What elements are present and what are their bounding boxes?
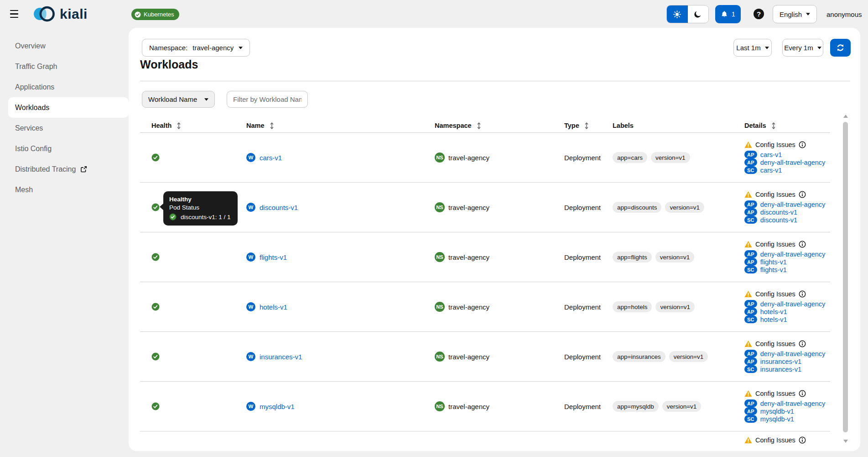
config-issues: Config Issues — [744, 436, 806, 444]
ap-badge: AP — [744, 208, 757, 216]
detail-link[interactable]: deny-all-travel-agency — [760, 350, 826, 357]
tooltip-pod-status: discounts-v1: 1 / 1 — [169, 213, 231, 221]
column-header-health[interactable]: Health — [140, 122, 246, 129]
detail-link[interactable]: cars-v1 — [760, 167, 782, 174]
info-circle-icon[interactable] — [799, 191, 806, 198]
menu-toggle-button[interactable] — [10, 10, 20, 18]
detail-link[interactable]: deny-all-travel-agency — [760, 300, 826, 308]
table-scrollbar[interactable] — [842, 115, 849, 448]
label-badge: version=v1 — [665, 202, 704, 213]
notifications-button[interactable]: 1 — [715, 5, 741, 23]
config-issues: Config Issues — [744, 290, 806, 298]
namespace-select[interactable]: Namespace: travel-agency — [142, 39, 250, 57]
sidebar-item-workloads[interactable]: Workloads — [8, 97, 129, 118]
duration-select[interactable]: Last 1m — [733, 39, 772, 57]
workload-type: Deployment — [564, 253, 613, 261]
label-badge: app=hotels — [613, 301, 652, 312]
sidebar-item-istio-config[interactable]: Istio Config — [0, 138, 129, 159]
detail-link[interactable]: discounts-v1 — [760, 209, 797, 216]
detail-link[interactable]: insurances-v1 — [760, 358, 801, 365]
refresh-interval-select[interactable]: Every 1m — [782, 39, 823, 57]
healthy-icon — [151, 402, 160, 410]
detail-link[interactable]: deny-all-travel-agency — [760, 251, 826, 258]
column-header-details[interactable]: Details — [744, 122, 830, 129]
column-header-labels[interactable]: Labels — [613, 122, 744, 129]
info-circle-icon[interactable] — [799, 241, 806, 248]
chevron-down-icon — [239, 47, 243, 49]
sort-icon[interactable] — [584, 122, 589, 129]
info-circle-icon[interactable] — [799, 436, 806, 444]
detail-link[interactable]: mysqldb-v1 — [760, 415, 794, 423]
ap-badge: AP — [744, 250, 757, 258]
sc-badge: SC — [744, 415, 757, 423]
sidebar-item-distributed-tracing[interactable]: Distributed Tracing — [0, 159, 129, 179]
chevron-down-icon — [817, 47, 821, 49]
sidebar-item-overview[interactable]: Overview — [0, 36, 129, 56]
notification-count: 1 — [732, 11, 735, 18]
ap-badge: AP — [744, 151, 757, 158]
detail-link[interactable]: deny-all-travel-agency — [760, 400, 826, 407]
sidebar-item-applications[interactable]: Applications — [0, 77, 129, 97]
ap-badge: AP — [744, 357, 757, 365]
info-circle-icon[interactable] — [799, 340, 806, 347]
detail-link[interactable]: discounts-v1 — [760, 216, 797, 224]
label-badge: app=insurances — [613, 351, 665, 362]
filter-type-select[interactable]: Workload Name — [142, 91, 215, 108]
scrollbar-thumb[interactable] — [843, 122, 848, 432]
column-header-type[interactable]: Type — [564, 122, 613, 129]
detail-link[interactable]: cars-v1 — [760, 151, 782, 158]
config-issues: Config Issues — [744, 191, 806, 198]
refresh-interval-value: Every 1m — [784, 44, 813, 52]
workload-link[interactable]: cars-v1 — [260, 154, 282, 162]
healthy-icon — [151, 203, 160, 211]
workload-row: W hotels-v1 NS travel-agency Deployment … — [140, 282, 830, 332]
sort-icon[interactable] — [771, 122, 776, 129]
sidebar-item-mesh[interactable]: Mesh — [0, 179, 129, 200]
namespace-value: travel-agency — [448, 154, 489, 162]
workload-link[interactable]: insurances-v1 — [260, 353, 302, 361]
workload-link[interactable]: discounts-v1 — [260, 204, 298, 211]
column-header-namespace[interactable]: Namespace — [435, 122, 564, 129]
detail-link[interactable]: insurances-v1 — [760, 366, 801, 373]
namespace-badge: NS — [435, 352, 445, 362]
info-circle-icon[interactable] — [799, 290, 806, 298]
bell-icon — [721, 11, 728, 18]
detail-link[interactable]: flights-v1 — [760, 266, 787, 273]
ap-badge: AP — [744, 300, 757, 308]
scroll-down-arrow[interactable] — [843, 440, 848, 443]
language-select[interactable]: English — [773, 5, 817, 23]
scroll-up-arrow[interactable] — [843, 115, 848, 118]
detail-link[interactable]: flights-v1 — [760, 258, 787, 266]
detail-link[interactable]: deny-all-travel-agency — [760, 201, 826, 208]
detail-link[interactable]: deny-all-travel-agency — [760, 159, 826, 166]
hamburger-icon — [10, 10, 18, 11]
sort-icon[interactable] — [477, 122, 481, 129]
sidebar-item-services[interactable]: Services — [0, 118, 129, 138]
workload-row: W flights-v1 NS travel-agency Deployment… — [140, 232, 830, 282]
column-header-name[interactable]: Name — [246, 122, 435, 129]
healthy-icon — [151, 153, 160, 162]
workload-link[interactable]: flights-v1 — [260, 253, 287, 261]
info-circle-icon[interactable] — [799, 390, 806, 397]
refresh-button[interactable] — [830, 39, 851, 57]
dark-theme-button[interactable] — [688, 5, 709, 23]
workload-link[interactable]: hotels-v1 — [260, 303, 287, 311]
label-badge: app=mysqldb — [613, 401, 659, 412]
workload-link[interactable]: mysqldb-v1 — [260, 403, 295, 410]
detail-link[interactable]: mysqldb-v1 — [760, 408, 794, 415]
info-circle-icon[interactable] — [799, 141, 806, 148]
sidebar-item-traffic-graph[interactable]: Traffic Graph — [0, 56, 129, 77]
table-header-row: Health Name Namespace Type Label — [140, 119, 830, 133]
workload-badge: W — [246, 402, 255, 411]
help-button[interactable]: ? — [754, 9, 764, 19]
warning-triangle-icon — [744, 436, 752, 444]
detail-link[interactable]: hotels-v1 — [760, 308, 787, 315]
workload-type: Deployment — [564, 204, 613, 211]
check-circle-icon — [135, 11, 141, 18]
detail-link[interactable]: hotels-v1 — [760, 316, 787, 323]
light-theme-button[interactable] — [667, 5, 688, 23]
warning-triangle-icon — [744, 290, 752, 298]
sort-icon[interactable] — [270, 122, 274, 129]
sort-icon[interactable] — [177, 122, 181, 129]
workload-filter-input[interactable] — [227, 91, 308, 108]
